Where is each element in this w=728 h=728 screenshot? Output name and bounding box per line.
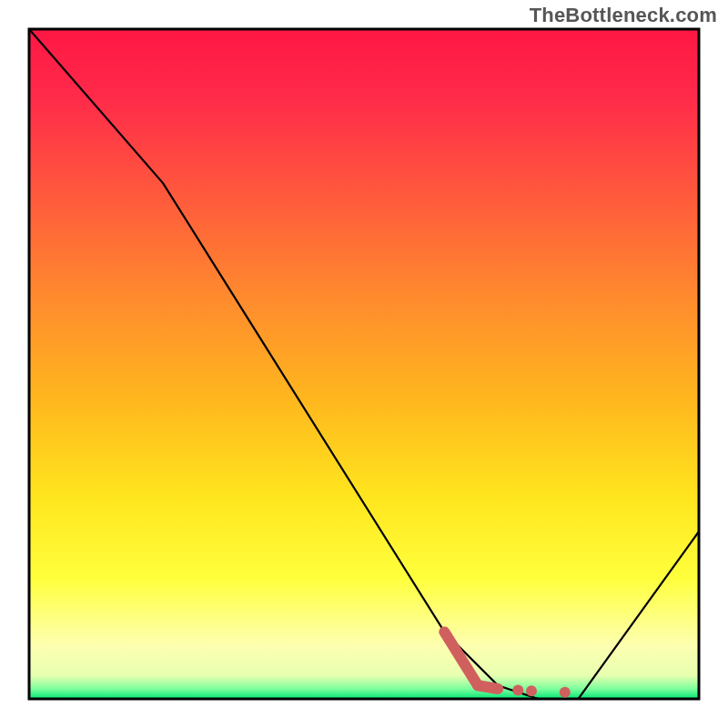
- trough-dot: [560, 687, 571, 698]
- trough-segment: [478, 685, 498, 689]
- trough-dot: [526, 685, 537, 696]
- bottleneck-chart: [0, 0, 728, 728]
- watermark-text: TheBottleneck.com: [530, 4, 717, 27]
- trough-dot: [512, 684, 523, 695]
- plot-background: [29, 29, 699, 699]
- chart-container: TheBottleneck.com: [0, 0, 728, 728]
